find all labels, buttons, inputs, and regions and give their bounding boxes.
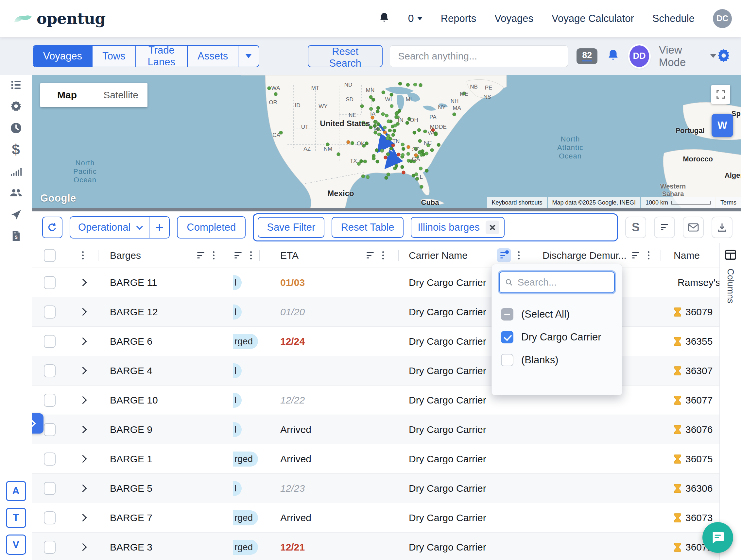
map-button[interactable]: Map <box>40 83 94 107</box>
download-button[interactable] <box>712 217 733 238</box>
history-clock-icon[interactable] <box>9 121 23 135</box>
table-row[interactable]: BARGE 1 rged Arrived Dry Cargo Carrier 3… <box>32 444 720 474</box>
active-filter-icon[interactable] <box>497 248 511 263</box>
expand-row-icon[interactable] <box>79 484 87 492</box>
users-icon[interactable] <box>9 185 23 200</box>
reset-table-button[interactable]: Reset Table <box>332 217 403 238</box>
sidebar-button-v[interactable]: V <box>6 535 26 555</box>
email-button[interactable] <box>683 217 704 238</box>
google-map[interactable]: North Pacific OceanNorth Atlantic OceanU… <box>32 75 741 208</box>
column-menu-icon[interactable] <box>517 250 521 261</box>
chat-button[interactable] <box>702 522 733 553</box>
columns-rail[interactable]: Columns <box>720 243 741 560</box>
select-all-checkbox[interactable] <box>44 249 56 262</box>
nav-voyage-calculator[interactable]: Voyage Calculator <box>552 13 634 24</box>
column-menu-icon[interactable] <box>212 250 216 261</box>
notification-count-dropdown[interactable]: 0 <box>408 12 422 24</box>
bar-chart-icon[interactable] <box>9 164 23 178</box>
save-filter-button[interactable]: Save Filter <box>258 217 324 238</box>
row-checkbox[interactable] <box>44 394 56 407</box>
user-avatar[interactable]: DC <box>713 9 732 28</box>
filter-icon[interactable] <box>196 251 206 260</box>
tab-voyages[interactable]: Voyages <box>33 46 92 67</box>
settings-gear-icon[interactable] <box>716 48 731 64</box>
s-button[interactable]: S <box>625 217 646 238</box>
filter-checkbox[interactable] <box>501 354 514 366</box>
row-checkbox[interactable] <box>44 482 56 495</box>
column-menu-icon[interactable] <box>381 250 385 261</box>
dollar-icon[interactable]: $ <box>9 143 23 157</box>
row-checkbox[interactable] <box>44 511 56 525</box>
completed-button[interactable]: Completed <box>177 216 246 239</box>
filter-option[interactable]: Dry Cargo Carrier <box>501 327 615 347</box>
filter-chip-illinois-barges[interactable]: Illinois barges <box>411 217 505 238</box>
expand-row-icon[interactable] <box>79 396 87 404</box>
opentug-logo[interactable]: opentug <box>14 9 105 27</box>
column-header-barges[interactable]: Barges <box>110 250 141 261</box>
row-checkbox[interactable] <box>44 423 56 436</box>
column-header-eta[interactable]: ETA <box>280 250 298 261</box>
tab-tows[interactable]: Tows <box>92 46 136 67</box>
operational-dropdown[interactable]: Operational <box>70 222 149 233</box>
table-row[interactable]: BARGE 5 l 12/23 Dry Cargo Carrier 36306 <box>32 474 720 503</box>
row-checkbox[interactable] <box>44 364 56 377</box>
filter-icon[interactable] <box>365 251 375 260</box>
popup-search-box[interactable] <box>499 271 615 293</box>
expand-row-icon[interactable] <box>79 513 87 522</box>
row-checkbox[interactable] <box>44 335 56 348</box>
tab-trade-lanes[interactable]: Trade Lanes <box>136 46 188 67</box>
table-row[interactable]: BARGE 9 l Arrived Dry Cargo Carrier 3607… <box>32 415 720 444</box>
row-checkbox[interactable] <box>44 306 56 319</box>
sidebar-button-a[interactable]: A <box>6 481 26 501</box>
column-menu-icon[interactable] <box>81 250 85 261</box>
sidebar-button-t[interactable]: T <box>6 508 26 528</box>
tab-assets[interactable]: Assets <box>188 46 239 67</box>
column-menu-icon[interactable] <box>647 250 651 261</box>
terms-link[interactable]: Terms <box>716 197 741 208</box>
filter-checkbox[interactable] <box>501 331 514 343</box>
keyboard-shortcuts-link[interactable]: Keyboard shortcuts <box>487 197 547 208</box>
invoice-icon[interactable]: $ <box>9 229 23 243</box>
alerts-bell-icon[interactable] <box>607 49 620 64</box>
list-icon[interactable] <box>9 78 23 92</box>
filter-icon[interactable] <box>233 251 243 260</box>
settings-badge-icon[interactable] <box>9 99 23 114</box>
user-avatar-dd[interactable]: DD <box>629 46 649 67</box>
column-header-discharge-demurrage[interactable]: Discharge Demur... <box>542 250 626 261</box>
navigation-arrow-icon[interactable] <box>9 207 23 222</box>
row-checkbox[interactable] <box>44 453 56 466</box>
refresh-button[interactable] <box>42 217 62 238</box>
map-fullscreen-button[interactable] <box>711 85 730 104</box>
nav-schedule[interactable]: Schedule <box>652 13 694 24</box>
popup-search-input[interactable] <box>518 277 609 288</box>
tabs-more-dropdown[interactable] <box>239 46 259 67</box>
filter-option[interactable]: (Blanks) <box>501 350 615 370</box>
filter-button[interactable] <box>654 217 675 238</box>
column-menu-icon[interactable] <box>249 250 253 261</box>
alert-count-badge[interactable]: 82 <box>577 48 597 64</box>
expand-row-icon[interactable] <box>79 455 87 463</box>
search-input[interactable] <box>390 46 568 67</box>
filter-checkbox[interactable] <box>501 308 514 321</box>
expand-row-icon[interactable] <box>79 425 87 433</box>
expand-row-icon[interactable] <box>79 278 87 286</box>
filter-icon[interactable] <box>631 251 641 260</box>
notifications-bell-icon[interactable] <box>379 12 390 25</box>
view-mode-dropdown[interactable]: View Mode <box>659 44 716 69</box>
expand-row-icon[interactable] <box>79 367 87 375</box>
remove-chip-icon[interactable] <box>486 221 499 234</box>
add-view-button[interactable]: + <box>149 217 169 238</box>
expand-row-icon[interactable] <box>79 543 87 551</box>
nav-reports[interactable]: Reports <box>441 13 476 24</box>
column-header-carrier-name[interactable]: Carrier Name <box>409 250 468 261</box>
table-row[interactable]: BARGE 3 rged 12/21 Dry Cargo Carrier 360… <box>32 533 720 560</box>
expand-row-icon[interactable] <box>79 308 87 316</box>
nav-voyages[interactable]: Voyages <box>494 13 533 24</box>
expand-row-icon[interactable] <box>79 337 87 345</box>
column-header-name[interactable]: Name <box>674 250 700 261</box>
row-checkbox[interactable] <box>44 541 56 554</box>
row-checkbox[interactable] <box>44 276 56 289</box>
satellite-button[interactable]: Satellite <box>94 83 147 107</box>
reset-search-button[interactable]: Reset Search <box>308 45 383 67</box>
table-row[interactable]: BARGE 7 rged Arrived Dry Cargo Carrier 3… <box>32 503 720 533</box>
